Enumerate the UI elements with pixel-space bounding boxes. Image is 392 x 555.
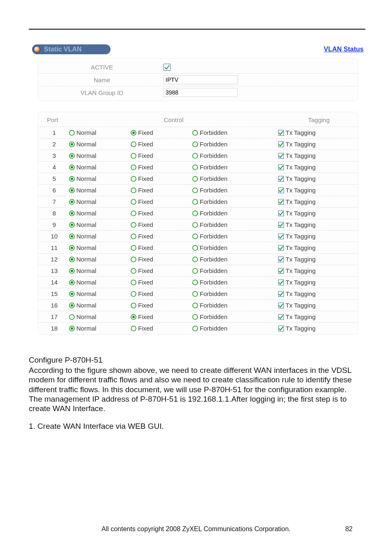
group-id-label: VLAN Group ID: [40, 89, 164, 96]
control-forbidden[interactable]: Forbidden: [192, 313, 278, 320]
control-forbidden[interactable]: Forbidden: [192, 198, 278, 205]
control-forbidden[interactable]: Forbidden: [192, 152, 278, 159]
svg-point-43: [193, 222, 198, 227]
tx-tagging-checkbox[interactable]: [278, 164, 284, 170]
tx-tagging-checkbox[interactable]: [278, 314, 284, 320]
tx-tagging-checkbox[interactable]: [278, 141, 284, 147]
tx-tagging-label: Tx Tagging: [286, 313, 316, 320]
tx-tagging-checkbox[interactable]: [278, 291, 284, 297]
control-normal[interactable]: Normal: [69, 141, 131, 148]
control-forbidden[interactable]: Forbidden: [192, 302, 278, 309]
control-forbidden[interactable]: Forbidden: [192, 244, 278, 251]
control-normal[interactable]: Normal: [69, 152, 131, 159]
tx-tagging-checkbox[interactable]: [278, 210, 284, 216]
control-forbidden[interactable]: Forbidden: [192, 175, 278, 182]
tab-dot-icon: [33, 46, 41, 53]
control-normal[interactable]: Normal: [69, 187, 131, 194]
control-forbidden[interactable]: Forbidden: [192, 210, 278, 217]
control-normal[interactable]: Normal: [69, 221, 131, 228]
control-fixed[interactable]: Fixed: [131, 244, 192, 251]
tx-tagging-checkbox[interactable]: [278, 130, 284, 136]
control-normal[interactable]: Normal: [69, 129, 131, 136]
table-row: 13NormalFixedForbiddenTx Tagging: [38, 265, 358, 277]
control-normal[interactable]: Normal: [69, 290, 131, 297]
tx-tagging-checkbox[interactable]: [278, 234, 284, 239]
tx-tagging-checkbox[interactable]: [278, 257, 284, 262]
control-fixed[interactable]: Fixed: [131, 325, 192, 332]
radio-icon: [131, 245, 136, 251]
tx-tagging-checkbox[interactable]: [278, 326, 284, 331]
radio-label: Normal: [76, 325, 96, 332]
control-forbidden[interactable]: Forbidden: [192, 129, 278, 136]
control-normal[interactable]: Normal: [69, 175, 131, 182]
name-input[interactable]: [164, 75, 238, 84]
control-normal[interactable]: Normal: [69, 256, 131, 263]
control-fixed[interactable]: Fixed: [131, 313, 192, 320]
radio-label: Fixed: [138, 325, 153, 332]
control-forbidden[interactable]: Forbidden: [192, 256, 278, 263]
control-normal[interactable]: Normal: [69, 164, 131, 171]
group-id-input[interactable]: [164, 88, 238, 97]
control-fixed[interactable]: Fixed: [131, 256, 192, 263]
tx-tagging-checkbox[interactable]: [278, 187, 284, 193]
control-fixed[interactable]: Fixed: [131, 279, 192, 286]
control-normal[interactable]: Normal: [69, 279, 131, 286]
tx-tagging-label: Tx Tagging: [286, 175, 316, 182]
svg-point-6: [71, 143, 73, 146]
vlan-status-link[interactable]: VLAN Status: [324, 46, 364, 53]
control-normal[interactable]: Normal: [69, 267, 131, 274]
port-number: 5: [39, 175, 69, 182]
tx-tagging-label: Tx Tagging: [286, 244, 316, 251]
port-number: 7: [39, 198, 69, 205]
svg-point-76: [71, 304, 73, 307]
control-forbidden[interactable]: Forbidden: [192, 325, 278, 332]
control-forbidden[interactable]: Forbidden: [192, 164, 278, 171]
control-normal[interactable]: Normal: [69, 313, 131, 320]
control-normal[interactable]: Normal: [69, 198, 131, 205]
tx-tagging-checkbox[interactable]: [278, 245, 284, 251]
active-checkbox[interactable]: [164, 64, 171, 71]
svg-point-3: [193, 130, 198, 135]
tx-tagging-checkbox[interactable]: [278, 303, 284, 308]
tx-tagging-label: Tx Tagging: [286, 325, 316, 332]
control-forbidden[interactable]: Forbidden: [192, 279, 278, 286]
control-fixed[interactable]: Fixed: [131, 267, 192, 274]
control-fixed[interactable]: Fixed: [131, 290, 192, 297]
tx-tagging-label: Tx Tagging: [286, 267, 316, 274]
tx-tagging-checkbox[interactable]: [278, 280, 284, 285]
control-fixed[interactable]: Fixed: [131, 187, 192, 194]
control-normal[interactable]: Normal: [69, 210, 131, 217]
svg-point-86: [71, 327, 73, 330]
control-normal[interactable]: Normal: [69, 233, 131, 240]
control-forbidden[interactable]: Forbidden: [192, 290, 278, 297]
static-vlan-tab[interactable]: Static VLAN: [32, 44, 111, 54]
svg-point-73: [193, 291, 198, 296]
control-fixed[interactable]: Fixed: [131, 302, 192, 309]
control-normal[interactable]: Normal: [69, 325, 131, 332]
control-forbidden[interactable]: Forbidden: [192, 221, 278, 228]
tx-tagging-checkbox[interactable]: [278, 153, 284, 159]
svg-point-61: [71, 270, 73, 272]
control-forbidden[interactable]: Forbidden: [192, 267, 278, 274]
port-number: 11: [39, 244, 69, 251]
control-fixed[interactable]: Fixed: [131, 152, 192, 159]
tx-tagging-checkbox[interactable]: [278, 176, 284, 182]
control-fixed[interactable]: Fixed: [131, 141, 192, 148]
tx-tagging-checkbox[interactable]: [278, 199, 284, 205]
control-forbidden[interactable]: Forbidden: [192, 141, 278, 148]
radio-label: Forbidden: [200, 164, 228, 171]
control-normal[interactable]: Normal: [69, 302, 131, 309]
control-fixed[interactable]: Fixed: [131, 233, 192, 240]
control-forbidden[interactable]: Forbidden: [192, 187, 278, 194]
control-forbidden[interactable]: Forbidden: [192, 233, 278, 240]
tx-tagging-checkbox[interactable]: [278, 268, 284, 274]
control-fixed[interactable]: Fixed: [131, 221, 192, 228]
tx-tagging-checkbox[interactable]: [278, 222, 284, 228]
control-fixed[interactable]: Fixed: [131, 175, 192, 182]
control-fixed[interactable]: Fixed: [131, 210, 192, 217]
control-fixed[interactable]: Fixed: [131, 198, 192, 205]
control-fixed[interactable]: Fixed: [131, 129, 192, 136]
control-fixed[interactable]: Fixed: [131, 164, 192, 171]
tab-label: Static VLAN: [44, 46, 82, 53]
control-normal[interactable]: Normal: [69, 244, 131, 251]
